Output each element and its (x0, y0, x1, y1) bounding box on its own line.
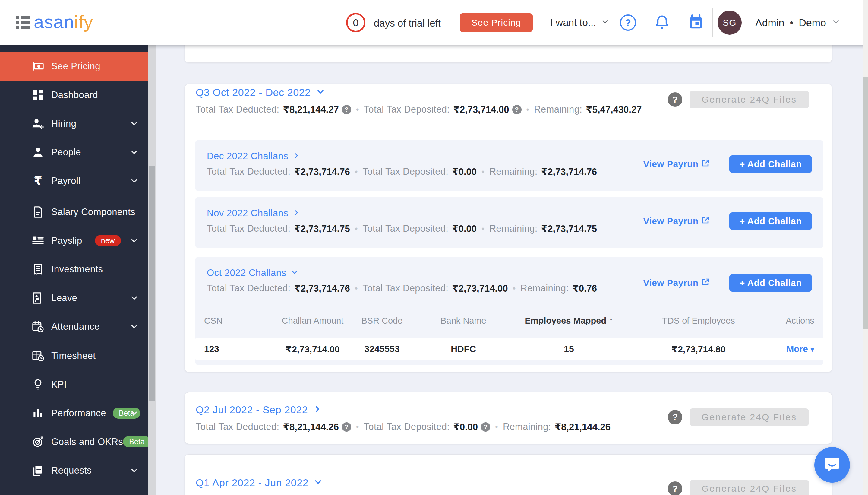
quarter-title[interactable]: Q3 Oct 2022 - Dec 2022 (196, 87, 311, 98)
sidebar-item-dashboard[interactable]: Dashboard (0, 81, 148, 109)
user-avatar[interactable]: SG (718, 11, 742, 35)
help-icon[interactable]: ? (668, 481, 682, 495)
calendar-icon[interactable] (687, 14, 704, 31)
help-icon[interactable]: ? (620, 15, 636, 31)
sidebar-item-label: Hiring (51, 118, 76, 129)
chevron-right-icon (293, 152, 300, 161)
help-icon[interactable]: ? (668, 92, 682, 107)
help-icon[interactable]: ? (512, 105, 521, 114)
i-want-to-label: I want to... (550, 17, 596, 28)
dashboard-icon (30, 88, 46, 102)
remaining-value: ₹2,73,714.76 (541, 166, 597, 177)
month-toggle-nov-2022[interactable]: Nov 2022 Challans (207, 208, 597, 219)
chevron-down-icon (130, 119, 139, 130)
more-actions-button[interactable]: More▾ (777, 344, 823, 354)
view-payrun-link[interactable]: View Payrun (643, 159, 710, 170)
help-icon[interactable]: ? (342, 422, 351, 432)
sidebar-item-salary-components[interactable]: Salary Components (0, 198, 148, 226)
asanify-logo[interactable]: asanify (34, 12, 93, 32)
money-icon (30, 59, 46, 73)
payslip-icon (30, 234, 46, 248)
sidebar-item-requests[interactable]: Requests (0, 456, 148, 485)
sidebar-item-people[interactable]: People (0, 138, 148, 167)
sidebar-item-payslip[interactable]: Payslip new (0, 226, 148, 255)
view-payrun-label: View Payrun (643, 216, 698, 226)
i-want-to-dropdown[interactable]: I want to... (550, 17, 609, 28)
view-payrun-link[interactable]: View Payrun (643, 277, 710, 289)
sidebar-scrollbar-thumb[interactable] (149, 166, 155, 401)
month-title[interactable]: Nov 2022 Challans (207, 208, 288, 219)
generate-24q-button[interactable]: Generate 24Q Files (690, 408, 809, 426)
rupee-icon: ₹ (30, 174, 46, 188)
cell-tds: ₹2,73,714.80 (620, 344, 777, 355)
month-toggle-dec-2022[interactable]: Dec 2022 Challans (207, 151, 597, 162)
quarter-totals: Total Tax Deducted: ₹8,21,144.26 ? • Tot… (196, 421, 610, 433)
add-challan-button[interactable]: + Add Challan (729, 212, 812, 230)
sidebar-item-hiring[interactable]: Hiring (0, 109, 148, 138)
quarter-toggle-q2[interactable]: Q2 Jul 2022 - Sep 2022 (196, 403, 610, 416)
more-label: More (786, 344, 808, 354)
page-scrollbar[interactable] (863, 0, 868, 495)
generate-24q-button[interactable]: Generate 24Q Files (690, 91, 809, 108)
sidebar-item-label: See Pricing (51, 61, 101, 72)
bullet-separator: • (356, 422, 359, 432)
generate-24q-button[interactable]: Generate 24Q Files (690, 480, 809, 495)
deposited-value: ₹0.00 (452, 166, 477, 177)
cell-challan-amount: ₹2,73,714.00 (270, 344, 355, 355)
add-challan-button[interactable]: + Add Challan (729, 155, 812, 173)
help-icon[interactable]: ? (342, 105, 351, 114)
quarter-toggle-q3[interactable]: Q3 Oct 2022 - Dec 2022 (196, 86, 642, 99)
beta-badge: Beta (123, 436, 150, 447)
month-toggle-oct-2022[interactable]: Oct 2022 Challans (207, 268, 597, 278)
sidebar-item-timesheet[interactable]: Timesheet (0, 341, 148, 370)
see-pricing-button[interactable]: See Pricing (460, 13, 533, 32)
month-totals: Total Tax Deducted: ₹2,73,714.75 • Total… (207, 223, 597, 234)
sidebar-item-payroll[interactable]: ₹ Payroll (0, 167, 148, 195)
sidebar-item-investments[interactable]: Investments (0, 255, 148, 284)
menu-icon[interactable] (16, 16, 30, 29)
month-title[interactable]: Oct 2022 Challans (207, 268, 286, 278)
view-payrun-label: View Payrun (643, 159, 698, 169)
month-title[interactable]: Dec 2022 Challans (207, 151, 288, 162)
sidebar-item-goals-okrs[interactable]: Goals and OKRs Beta (0, 427, 148, 456)
timesheet-icon (30, 349, 46, 363)
quarter-title[interactable]: Q2 Jul 2022 - Sep 2022 (196, 404, 308, 416)
notifications-bell-icon[interactable] (654, 14, 671, 31)
quarter-card-q1: Q1 Apr 2022 - Jun 2022 ? Generate 24Q Fi… (184, 454, 832, 495)
deposited-value: ₹2,73,714.00 (453, 104, 509, 115)
sidebar-item-performance[interactable]: Performance Beta (0, 399, 148, 427)
deducted-label: Total Tax Deducted: (207, 166, 290, 177)
sidebar-scrollbar[interactable] (148, 45, 156, 495)
deposited-label: Total Tax Deposited: (363, 166, 449, 177)
cell-csn: 123 (195, 344, 270, 354)
bullet-separator: • (481, 224, 484, 234)
remaining-label: Remaining: (489, 223, 537, 234)
sidebar-item-kpi[interactable]: KPI (0, 370, 148, 399)
col-header-employees-mapped[interactable]: Employees Mapped↑ (518, 316, 620, 326)
view-payrun-link[interactable]: View Payrun (643, 216, 710, 227)
sort-asc-icon[interactable]: ↑ (609, 316, 613, 325)
chevron-down-icon (313, 477, 323, 488)
quarter-toggle-q1[interactable]: Q1 Apr 2022 - Jun 2022 (196, 476, 323, 489)
user-menu[interactable]: Admin • Demo (755, 17, 840, 29)
page-scrollbar-thumb[interactable] (863, 77, 868, 329)
top-bar: asanify 0 days of trial left See Pricing… (0, 0, 868, 45)
remaining-label: Remaining: (534, 104, 582, 115)
add-challan-button[interactable]: + Add Challan (729, 274, 812, 292)
bullet-separator: • (513, 284, 516, 293)
chat-widget-button[interactable] (814, 447, 850, 483)
sidebar-item-leave[interactable]: Leave (0, 284, 148, 312)
target-icon (30, 435, 46, 449)
help-icon[interactable]: ? (668, 410, 682, 424)
sidebar-item-see-pricing[interactable]: See Pricing (0, 52, 148, 81)
remaining-label: Remaining: (489, 166, 537, 177)
divider (542, 8, 543, 37)
sidebar-item-label: Salary Components (51, 207, 135, 218)
calendar-clock-icon (30, 320, 46, 334)
external-link-icon (701, 277, 710, 289)
sidebar-item-attendance[interactable]: Attendance (0, 312, 148, 341)
chevron-down-icon (601, 17, 609, 28)
bullet-separator: • (527, 105, 529, 114)
help-icon[interactable]: ? (481, 422, 490, 432)
quarter-title[interactable]: Q1 Apr 2022 - Jun 2022 (196, 477, 308, 489)
